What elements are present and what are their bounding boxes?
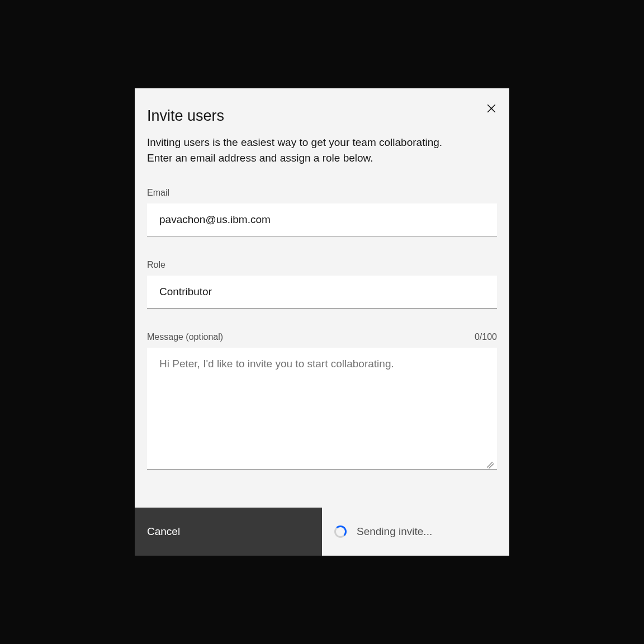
role-input[interactable] xyxy=(147,276,497,309)
spinner-icon xyxy=(334,525,347,538)
modal-description: Inviting users is the easiest way to get… xyxy=(147,135,460,165)
email-input[interactable] xyxy=(147,203,497,236)
message-field-group: Message (optional) 0/100 xyxy=(147,332,497,472)
sending-status-label: Sending invite... xyxy=(357,525,432,538)
modal-header: Invite users xyxy=(147,101,497,135)
message-label: Message (optional) xyxy=(147,332,223,342)
email-label: Email xyxy=(147,188,497,198)
modal-footer: Cancel Sending invite... xyxy=(135,508,509,556)
cancel-button[interactable]: Cancel xyxy=(135,508,322,556)
modal-title: Invite users xyxy=(147,107,224,125)
sending-status-button[interactable]: Sending invite... xyxy=(322,508,509,556)
role-field-group: Role xyxy=(147,260,497,309)
message-label-row: Message (optional) 0/100 xyxy=(147,332,497,342)
invite-users-modal: Invite users Inviting users is the easie… xyxy=(135,88,509,556)
message-textarea-wrap xyxy=(147,348,497,472)
email-field-group: Email xyxy=(147,188,497,236)
cancel-button-label: Cancel xyxy=(147,525,180,538)
role-label: Role xyxy=(147,260,497,270)
message-counter: 0/100 xyxy=(475,332,497,342)
close-icon xyxy=(486,103,496,113)
message-textarea[interactable] xyxy=(147,348,497,470)
close-button[interactable] xyxy=(480,97,503,120)
modal-body: Invite users Inviting users is the easie… xyxy=(135,88,509,472)
